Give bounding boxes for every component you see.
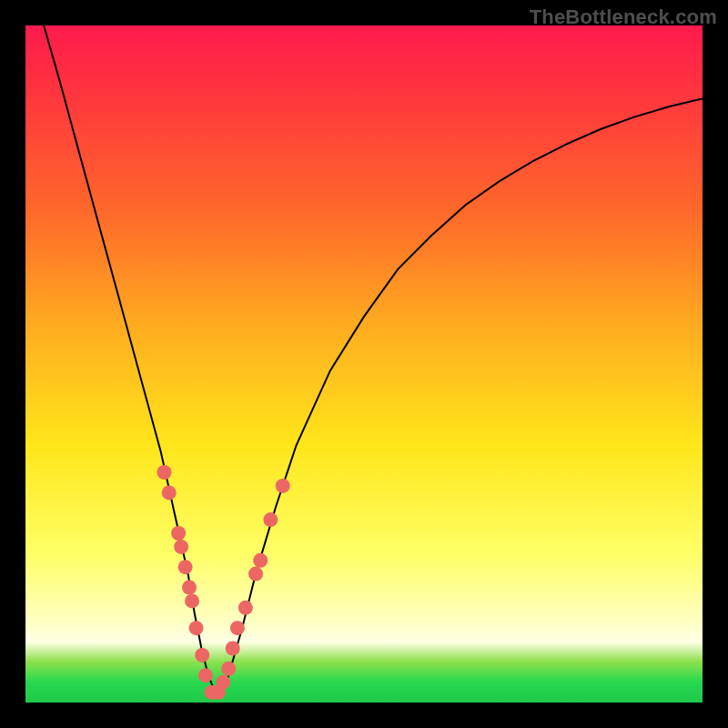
- marker-group: [157, 465, 290, 700]
- data-marker: [263, 512, 278, 527]
- data-marker: [189, 621, 204, 635]
- data-marker: [157, 465, 172, 480]
- data-marker: [221, 662, 236, 676]
- data-marker: [238, 601, 253, 615]
- data-marker: [174, 540, 188, 554]
- data-marker: [195, 648, 209, 662]
- bottleneck-curve: [44, 25, 703, 693]
- data-marker: [182, 581, 197, 595]
- data-marker: [276, 479, 290, 493]
- data-marker: [162, 485, 177, 500]
- data-marker: [248, 567, 263, 581]
- data-marker: [216, 675, 230, 690]
- data-marker: [178, 560, 193, 574]
- data-marker: [253, 553, 268, 568]
- chart-svg: [25, 25, 703, 703]
- data-marker: [230, 621, 245, 635]
- data-marker: [171, 526, 186, 541]
- data-marker: [198, 668, 213, 682]
- data-marker: [226, 642, 240, 656]
- data-marker: [185, 593, 199, 608]
